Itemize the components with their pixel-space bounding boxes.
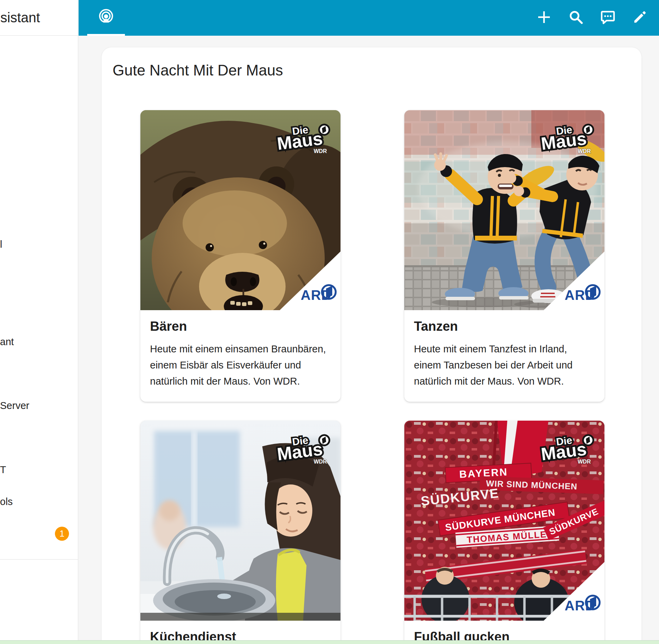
media-card-tanzen[interactable]: Die Maus WDR ARD Tanzen Heute mit einem … [404, 110, 604, 402]
plus-icon [536, 9, 552, 27]
sidebar-divider [0, 559, 78, 560]
media-card-baeren[interactable]: Die Maus WDR ARD Bären Heute mit einem e… [140, 110, 340, 402]
page-title: Gute Nacht Mit Der Maus [113, 62, 283, 79]
die-maus-logo: Die Maus WDR [540, 120, 598, 155]
sidebar-header: sistant [0, 0, 78, 36]
sidebar-item[interactable]: ant [0, 337, 14, 347]
card-image-dancers: Die Maus WDR ARD [404, 110, 604, 310]
notification-badge[interactable]: 1 [55, 527, 69, 541]
active-tab-indicator [87, 34, 125, 36]
sidebar-item[interactable]: ols [0, 496, 13, 507]
card-image-football: BAYERN WIR SIND MÜNCHEN SÜDKURVE SÜDKURV… [404, 421, 604, 621]
chat-bubble-icon [600, 9, 616, 27]
app-header [79, 0, 659, 36]
search-icon [568, 9, 584, 27]
sidebar: sistant l ant Server T ols 1 [0, 0, 78, 644]
card-description: Heute mit einem einsamen Braunbären, ein… [150, 341, 331, 389]
pencil-icon [632, 9, 648, 27]
die-maus-logo: Die Maus WDR [276, 120, 334, 155]
ard-logo: ARD [272, 242, 340, 310]
svg-text:WDR: WDR [578, 148, 591, 154]
sidebar-item[interactable]: T [0, 465, 6, 475]
card-body: Bären Heute mit einem einsamen Braunbäre… [140, 310, 340, 402]
ard-logo: ARD [536, 242, 604, 310]
bottom-strip [0, 640, 659, 644]
card-body: Tanzen Heute mit einem Tanzfest in Irlan… [404, 310, 604, 402]
add-button[interactable] [535, 9, 553, 26]
media-card-fussball[interactable]: BAYERN WIR SIND MÜNCHEN SÜDKURVE SÜDKURV… [404, 421, 604, 644]
die-maus-logo: Die Maus WDR [540, 431, 598, 465]
media-card-kuechendienst[interactable]: Die Maus WDR Küchendienst [140, 421, 340, 644]
svg-text:WDR: WDR [578, 459, 591, 465]
card-image-bear: Die Maus WDR ARD [140, 110, 340, 310]
svg-text:WDR: WDR [314, 148, 327, 154]
card-image-kitchen: Die Maus WDR [140, 421, 340, 621]
comments-button[interactable] [599, 9, 616, 26]
sidebar-item[interactable]: Server [0, 400, 29, 411]
tab-podcast[interactable] [87, 0, 125, 36]
die-maus-logo: Die Maus WDR [276, 431, 334, 465]
card-title: Bären [150, 319, 331, 333]
card-title: Tanzen [414, 319, 595, 333]
edit-button[interactable] [631, 9, 648, 26]
sidebar-item[interactable]: l [0, 239, 2, 249]
card-description: Heute mit einem Tanzfest in Irland, eine… [414, 341, 595, 389]
app-title: sistant [0, 10, 40, 25]
svg-text:WDR: WDR [314, 459, 327, 465]
content-panel: Gute Nacht Mit Der Maus [101, 47, 642, 644]
ard-logo: ARD [536, 552, 604, 621]
podcast-icon [97, 8, 115, 27]
search-button[interactable] [567, 9, 585, 26]
